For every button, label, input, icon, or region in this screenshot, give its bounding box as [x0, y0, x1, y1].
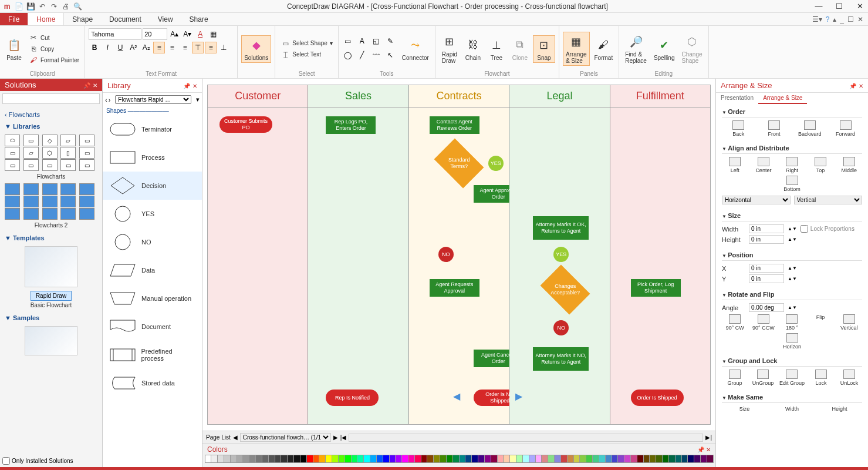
align-left[interactable]: Left: [723, 157, 747, 173]
preview-icon[interactable]: 🔍: [73, 2, 82, 11]
redo-icon[interactable]: ↷: [49, 2, 59, 11]
shape-document[interactable]: Document: [103, 313, 202, 341]
node-contacts-agent[interactable]: Contacts Agent Reviews Order: [430, 116, 479, 134]
tab-share[interactable]: Share: [181, 13, 217, 25]
tab-file[interactable]: File: [0, 13, 28, 25]
pencil-tool-icon[interactable]: ✎: [384, 35, 396, 47]
callout-tool-icon[interactable]: ◱: [370, 35, 382, 47]
nav-prev-icon[interactable]: ◀: [453, 391, 460, 402]
find-replace-button[interactable]: 🔎Find & Replace: [623, 32, 649, 65]
highlight-icon[interactable]: ▦: [207, 28, 219, 40]
shape-process[interactable]: Process: [103, 143, 202, 172]
node-standard-terms[interactable]: Standard Terms?: [434, 139, 484, 189]
lib-next-icon[interactable]: ›: [109, 96, 111, 103]
node-pick-order[interactable]: Pick Order, Log Shipment: [631, 279, 681, 297]
node-no2[interactable]: NO: [553, 320, 569, 335]
arr-pin-icon[interactable]: 📌: [849, 83, 856, 89]
size-height-input[interactable]: [749, 235, 784, 244]
print-icon[interactable]: 🖨: [61, 2, 70, 11]
format-painter-button[interactable]: 🖌Format Painter: [27, 55, 81, 65]
align-bottom[interactable]: Bottom: [781, 176, 804, 192]
text-tool-icon[interactable]: A: [356, 35, 368, 47]
node-yes2[interactable]: YES: [553, 247, 569, 262]
maximize-icon[interactable]: ☐: [833, 2, 845, 11]
color-swatch[interactable]: [707, 455, 714, 463]
cut-button[interactable]: ✂Cut: [27, 32, 81, 43]
lock-proportions-checkbox[interactable]: [801, 225, 808, 233]
chain-button[interactable]: ⛓Chain: [462, 36, 484, 62]
undo-icon[interactable]: ↶: [38, 2, 47, 11]
page-next-icon[interactable]: ▶: [333, 434, 338, 441]
makesame-width[interactable]: Width: [781, 406, 804, 412]
distribute-horizontal-select[interactable]: Horizontal: [722, 196, 791, 204]
pointer-tool-icon[interactable]: ↖: [384, 49, 396, 61]
rapid-draw-template[interactable]: Rapid Draw: [31, 291, 72, 301]
lib-prev-icon[interactable]: ‹: [105, 96, 107, 103]
tree-libraries[interactable]: ▼ Libraries: [5, 120, 97, 132]
tab-shape[interactable]: Shape: [64, 13, 101, 25]
node-yes1[interactable]: YES: [488, 156, 504, 171]
rapid-draw-button[interactable]: ⊞Rapid Draw: [439, 32, 460, 65]
order-back[interactable]: Back: [727, 120, 750, 137]
connector-button[interactable]: ⤳ Connector: [400, 36, 431, 62]
flip-horizontal[interactable]: Horizon: [781, 333, 804, 350]
help-icon[interactable]: ?: [826, 15, 830, 24]
ungroup-btn[interactable]: UnGroup: [751, 370, 775, 386]
node-rep-notified[interactable]: Rep Is Notified: [326, 390, 379, 406]
line-tool-icon[interactable]: ╱: [356, 49, 368, 61]
minimize-icon[interactable]: —: [813, 2, 825, 11]
page-last-icon[interactable]: ▶|: [705, 434, 712, 441]
solutions-button[interactable]: ◆ Solutions: [241, 35, 271, 63]
grow-font-icon[interactable]: A▴: [168, 28, 180, 40]
align-top[interactable]: Top: [809, 157, 832, 173]
align-right-button[interactable]: ≡: [179, 42, 191, 53]
new-icon[interactable]: 📄: [14, 2, 23, 11]
format-button[interactable]: 🖌Format: [592, 36, 616, 62]
tab-presentation[interactable]: Presentation: [716, 93, 758, 104]
shape-no[interactable]: NO: [103, 228, 202, 256]
node-agent-requests[interactable]: Agent Requests Approval: [430, 279, 479, 297]
tab-view[interactable]: View: [150, 13, 181, 25]
select-text-button[interactable]: ⌶Select Text: [279, 49, 335, 60]
page-tab-select[interactable]: Cross-functional flowch… (1/1): [240, 433, 331, 442]
shape-terminator[interactable]: Terminator: [103, 115, 202, 143]
canvas[interactable]: Customer Customer Submits PO Sales Rep L…: [202, 79, 715, 431]
subscript-button[interactable]: A₂: [140, 42, 152, 53]
tree-templates[interactable]: ▼ Templates: [5, 232, 97, 244]
size-width-input[interactable]: [749, 224, 784, 233]
italic-button[interactable]: I: [102, 42, 113, 53]
align-right[interactable]: Right: [780, 157, 803, 173]
arr-close-icon[interactable]: ✕: [859, 83, 863, 89]
tab-document[interactable]: Document: [101, 13, 150, 25]
hscrollbar[interactable]: [349, 434, 703, 442]
snap-button[interactable]: ⊡Snap: [533, 35, 555, 63]
rotate-ccw[interactable]: 90° CCW: [752, 314, 775, 331]
order-backward[interactable]: Backward: [798, 120, 822, 137]
ellipse-tool-icon[interactable]: ◯: [342, 49, 354, 61]
group-btn[interactable]: Group: [723, 370, 747, 386]
node-attorney-no[interactable]: Attorney Marks It NO, Returns to Agent: [533, 347, 589, 371]
tab-home[interactable]: Home: [28, 13, 64, 25]
close-icon[interactable]: ✕: [854, 2, 866, 11]
underline-button[interactable]: U: [114, 42, 126, 53]
paste-button[interactable]: 📋 Paste: [4, 36, 25, 62]
font-size-select[interactable]: [143, 28, 167, 40]
bold-button[interactable]: B: [89, 42, 100, 53]
palette-flowcharts[interactable]: ⬭▭◇▱▭ ▭▱⬡▯▭ ▭▭▭▭▭: [5, 135, 97, 171]
colors-close-icon[interactable]: ✕: [706, 446, 711, 453]
shape-data[interactable]: Data: [103, 256, 202, 284]
shape-manual-operation[interactable]: Manual operation: [103, 284, 202, 313]
template-thumb[interactable]: [25, 246, 77, 287]
align-top-button[interactable]: ⊤: [192, 42, 204, 53]
rotate-180[interactable]: 180 °: [780, 314, 803, 331]
only-installed-checkbox[interactable]: [2, 457, 10, 465]
tree-flowcharts[interactable]: ‹ Flowcharts: [5, 109, 97, 120]
pos-x-input[interactable]: [749, 264, 784, 273]
shape-predefined[interactable]: Predefined process: [103, 341, 202, 369]
arrange-size-button[interactable]: ▦Arrange & Size: [563, 32, 590, 66]
node-attorney-ok[interactable]: Attorney Marks It OK, Returns to Agent: [533, 216, 589, 240]
font-family-select[interactable]: [89, 28, 141, 40]
align-center-button[interactable]: ≡: [166, 42, 178, 53]
align-middle[interactable]: Middle: [837, 157, 861, 173]
superscript-button[interactable]: A²: [127, 42, 139, 53]
